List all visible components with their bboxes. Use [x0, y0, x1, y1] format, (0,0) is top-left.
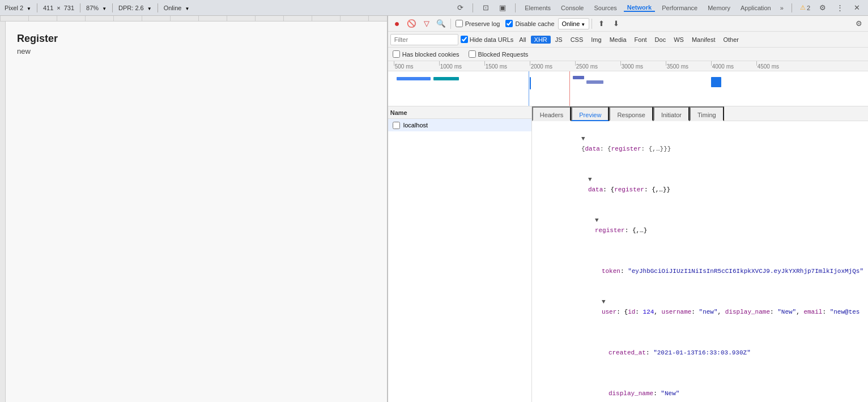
width-label: 411	[43, 5, 53, 11]
performance-tab-top[interactable]: Performance	[658, 5, 701, 11]
filter-icon-button[interactable]: ▽	[420, 17, 433, 31]
online-chevron-icon	[581, 20, 585, 27]
application-tab-top[interactable]: Application	[737, 5, 775, 11]
hide-data-urls-text: Hide data URLs	[470, 36, 514, 43]
filter-tag-css[interactable]: CSS	[567, 36, 587, 44]
online-dropdown[interactable]: Online	[558, 18, 590, 29]
ruler-h	[0, 16, 387, 22]
tab-initiator[interactable]: Initiator	[653, 106, 690, 121]
separator3	[112, 3, 113, 12]
toolbar-sep1	[450, 19, 451, 29]
val-created-at: "2021-01-13T16:33:03.930Z"	[653, 349, 751, 356]
preserve-log-text: Preserve log	[465, 20, 500, 27]
record-button[interactable]: ●	[390, 17, 404, 31]
export-button[interactable]: ⬇	[609, 17, 623, 31]
separator5	[473, 3, 473, 12]
network-label[interactable]: Online	[164, 5, 182, 11]
network-tab-top[interactable]: Network	[624, 4, 655, 12]
timeline-bar-ttfb	[530, 77, 531, 89]
settings-button[interactable]: ⚙	[816, 1, 829, 15]
has-blocked-cookies-checkbox[interactable]	[393, 50, 400, 58]
devtools-blocked: Has blocked cookies Blocked Requests	[388, 48, 868, 61]
devtools-mode-button[interactable]: ⊡	[479, 1, 492, 15]
more-tabs-button[interactable]: »	[778, 5, 786, 11]
blocked-requests-label[interactable]: Blocked Requests	[469, 50, 529, 58]
filter-tag-all[interactable]: All	[516, 36, 529, 44]
key-display-name: display_name	[609, 390, 653, 397]
request-list: Name localhost	[388, 106, 532, 402]
dpr-dropdown-icon[interactable]	[147, 4, 152, 12]
online-label: Online	[562, 20, 580, 27]
val-token: "eyJhbGciOiJIUzI1NiIsInR5cCI6IkpkXVCJ9.e…	[628, 268, 863, 275]
filter-tag-other[interactable]: Other	[720, 36, 742, 44]
device-label[interactable]: Pixel 2	[5, 5, 23, 11]
arrow-0[interactable]: ▼	[581, 135, 585, 142]
hide-data-urls-label[interactable]: Hide data URLs	[461, 36, 514, 43]
hide-data-urls-checkbox[interactable]	[461, 36, 468, 43]
key-token: token	[602, 268, 620, 275]
request-item-localhost[interactable]: localhost	[388, 119, 531, 131]
disable-cache-label[interactable]: Disable cache	[503, 20, 556, 27]
sources-tab-top[interactable]: Sources	[590, 5, 620, 11]
timeline-bar-req1	[573, 76, 584, 79]
network-settings-button[interactable]: ⚙	[852, 17, 866, 31]
zoom-dropdown-icon[interactable]	[102, 4, 107, 12]
top-bar: Pixel 2 411 × 731 87% DPR: 2.6 Online ⟳ …	[0, 0, 868, 16]
json-line-4: ▼ user: {id: 124, username: "new", displ…	[557, 286, 863, 327]
memory-tab-top[interactable]: Memory	[704, 5, 734, 11]
warning-badge: ⚠ 2	[798, 4, 812, 11]
dimension-x: ×	[57, 5, 60, 11]
timeline-bar-dns	[397, 77, 431, 80]
timeline-body	[388, 71, 868, 106]
toolbar-sep2	[592, 19, 592, 29]
tab-preview[interactable]: Preview	[571, 106, 609, 121]
blocked-requests-checkbox[interactable]	[469, 50, 476, 58]
arrow-4[interactable]: ▼	[602, 298, 606, 305]
clear-button[interactable]: 🚫	[405, 17, 419, 31]
filter-tag-font[interactable]: Font	[631, 36, 650, 44]
filter-input[interactable]	[390, 34, 458, 45]
separator4	[158, 3, 158, 12]
request-list-header: Name	[388, 106, 531, 119]
close-devtools-button[interactable]: ✕	[850, 1, 863, 15]
devtools-filter: Hide data URLs All XHR JS CSS Img Media …	[388, 32, 868, 48]
rotate-button[interactable]: ⟳	[453, 1, 467, 15]
filter-tag-ws[interactable]: WS	[670, 36, 687, 44]
filter-tag-media[interactable]: Media	[606, 36, 630, 44]
devtools-dock-button[interactable]: ▣	[496, 1, 509, 15]
filter-tag-js[interactable]: JS	[552, 36, 566, 44]
filter-tag-xhr[interactable]: XHR	[531, 36, 551, 44]
arrow-2[interactable]: ▼	[595, 217, 599, 224]
timeline-bar-req2	[586, 80, 603, 84]
elements-tab-top[interactable]: Elements	[521, 5, 554, 11]
tick-3500: 3500 ms	[666, 61, 688, 71]
val-display-name: "New"	[661, 390, 679, 397]
tab-headers[interactable]: Headers	[532, 106, 572, 121]
tick-3000: 3000 ms	[620, 61, 643, 71]
filter-tag-manifest[interactable]: Manifest	[688, 36, 719, 44]
import-button[interactable]: ⬆	[594, 17, 608, 31]
tab-timing[interactable]: Timing	[690, 106, 724, 121]
request-checkbox[interactable]	[393, 122, 400, 129]
json-line-5: created_at: "2021-01-13T16:33:03.930Z"	[564, 327, 863, 368]
has-blocked-cookies-label[interactable]: Has blocked cookies	[393, 50, 459, 58]
tick-2000: 2000 ms	[530, 61, 552, 71]
key-user: user	[602, 309, 616, 315]
height-label: 731	[64, 5, 74, 11]
zoom-label[interactable]: 87%	[86, 5, 99, 11]
preserve-log-label[interactable]: Preserve log	[453, 20, 503, 27]
key-created-at: created_at	[609, 349, 646, 356]
browser-content: Register new	[6, 22, 69, 402]
arrow-1[interactable]: ▼	[588, 176, 592, 183]
network-dropdown-icon[interactable]	[185, 4, 189, 12]
search-button[interactable]: 🔍	[435, 17, 448, 31]
tab-response[interactable]: Response	[609, 106, 653, 121]
filter-tag-img[interactable]: Img	[588, 36, 605, 44]
warning-count: 2	[807, 5, 810, 11]
preserve-log-checkbox[interactable]	[456, 20, 463, 27]
device-dropdown-icon[interactable]	[27, 4, 31, 12]
console-tab-top[interactable]: Console	[558, 5, 587, 11]
more-options-button[interactable]: ⋮	[833, 1, 846, 15]
disable-cache-checkbox[interactable]	[505, 20, 513, 27]
filter-tag-doc[interactable]: Doc	[652, 36, 670, 44]
